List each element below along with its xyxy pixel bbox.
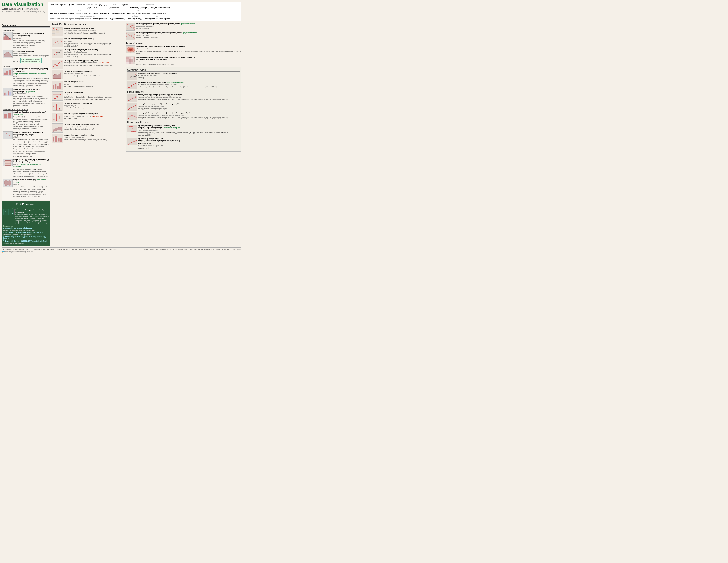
tworcapsym-opts: vertical • horizontal (64, 118, 77, 119)
histogram-info: histogram mpg, width(5) freq kdensity kd… (13, 32, 49, 49)
lfitci-opts: level(#) • stdp • stdf • nofit • fitplot… (138, 99, 228, 100)
syntax-plotopts: <plot options> (109, 6, 120, 9)
svg-rect-108 (129, 59, 131, 62)
svg-rect-85 (53, 137, 54, 141)
svg-rect-7 (6, 71, 8, 75)
twoscatter-cmd: twoway scatter mpg weight, jitter(7) (64, 38, 94, 40)
svg-point-57 (62, 61, 62, 62)
binscatter-ssc: ssc install binscatter (167, 81, 185, 83)
pcspike-item: twoway pcspike wage68 ttl_exp68 wage88 t… (126, 23, 241, 31)
svg-point-29 (11, 211, 11, 211)
title-block: Data Visualization with Stata 14.1 Cheat… (2, 2, 45, 13)
graphdot-item: graph dot (mean) length headroom, over(f… (3, 131, 49, 158)
graphbar2-item: graph bar (percent), over(rep78) over(fo… (3, 88, 49, 107)
graphmatrix-thumb (52, 27, 63, 36)
twoscatter-thumb (52, 38, 63, 47)
juxtapose-opts: total • missing • colfirst • rows(#) • c… (15, 213, 49, 224)
tworbar-cmd: twoway rbar length headroom price (64, 134, 94, 136)
discrete-header: Discrete (3, 65, 49, 67)
svg-rect-35 (56, 30, 59, 33)
mband-info: twoway mband mpg weight || scatter mpg w… (138, 72, 240, 79)
svg-rect-112 (129, 62, 131, 64)
syntax-xsize: xsize(5) (128, 18, 135, 20)
kdensity-thumb (3, 50, 13, 58)
footer-left: Laura Hughes (lhughes@usaid.gov) • Tim E… (2, 248, 116, 250)
contour-cmd: twoway contour mpg price weight, level(2… (136, 45, 186, 47)
vioplot-info: vioplot price, over(foreign) ssc install… (13, 179, 49, 198)
twoconnected-thumb (52, 60, 63, 69)
syntax-yline: yline(yint) (140, 6, 149, 9)
coefplot-cmd2: coefplot, drop(_cons) xline(0) (138, 127, 162, 129)
svg-line-97 (127, 35, 135, 36)
svg-text:BMW: BMW (57, 52, 60, 53)
margins-cmd: regress mpg weight length turn (138, 137, 164, 139)
twoscatter-mlabel-info: twoway scatter mpg weight, mlabel(mpg) s… (64, 49, 124, 58)
svg-point-99 (134, 34, 135, 35)
syntax-marker: <marker, line, text, axis, legend, backg… (50, 18, 91, 20)
coefplot-thumb (127, 124, 137, 132)
svg-rect-11 (8, 91, 9, 95)
qfitci-item: twoway qfitci mpg weight, alwidth(none) … (127, 112, 240, 120)
mband-thumb (127, 72, 137, 80)
pcspike-info: twoway pcspike wage68 ttl_exp68 wage88 t… (136, 23, 241, 30)
twoscatter-opts: jitter(#) • jitterseed(#) • sort • cmiss… (64, 43, 111, 47)
svg-rect-1 (5, 35, 6, 40)
svg-point-73 (56, 104, 57, 105)
syntax-saving: saving("myPlot.gph", replace) (145, 18, 170, 20)
syntax-xscale: xscale(range(low high) (112, 12, 131, 14)
twodropline-item: twoway dropline mpg price in 1/5 dropped… (52, 102, 124, 111)
marginsplot-thumb (127, 137, 137, 145)
graphbar2-green: graph hbar ... (26, 90, 37, 92)
svg-line-91 (127, 27, 135, 28)
title-line1: Data Visualization (2, 2, 43, 7)
note-box: main plot-specific options;see help for … (20, 58, 41, 63)
syntax-plotsize-label: plot size (128, 15, 142, 18)
pccapsym-item: twoway pccapsym wage68 ttl_exp68 wage88 … (126, 32, 241, 40)
tworcapsym-cmd: twoway rcapsym length headroom price (64, 113, 98, 115)
updated: updated February 2016 (170, 248, 187, 250)
svg-point-121 (133, 84, 134, 85)
syntax-plottype: <plot type> (76, 3, 85, 6)
svg-rect-36 (52, 34, 55, 36)
juxtapose-item: twoway scatter mpg price, by(foreign, no… (3, 209, 49, 224)
svg-rect-105 (131, 57, 133, 59)
mband-opts: bands(#) (138, 77, 144, 79)
svg-point-66 (56, 96, 58, 98)
svg-line-89 (127, 24, 135, 30)
graphhbox-thumb (3, 158, 13, 166)
tworarea-item: twoway rarea length headroom price, sort… (52, 123, 124, 133)
disc-cont-header: Discrete X, Continuous Y (3, 108, 49, 111)
author1: Laura Hughes (lhughes@usaid.gov) (2, 248, 28, 250)
juxtapose-info: twoway scatter mpg price, by(foreign, no… (15, 209, 49, 224)
disclaimer: Disclaimer: we are not affiliated with S… (190, 248, 231, 250)
svg-point-102 (129, 49, 132, 51)
graphbar-green: graph hbar draws horizontal bar charts (13, 73, 46, 75)
svg-point-38 (54, 29, 55, 30)
graphdot-cmd: graph dot (mean) length headroom, over(f… (13, 131, 43, 136)
plotmatrix-desc: heatmap (136, 61, 143, 63)
twodot-info: twoway dot mpg rep78 dot plot dcolor(<co… (64, 91, 124, 101)
svg-point-126 (135, 96, 136, 97)
syntax-if: [if], (104, 3, 107, 6)
histogram-cmd: histogram mpg, width(5) freq kdensity kd… (13, 32, 45, 37)
svg-point-75 (59, 108, 60, 109)
lfitci-desc: calculate and plot linear fit to data wi… (138, 96, 181, 98)
plotmatrix-cmd: regress mpg price trunk weight length tu… (136, 56, 197, 58)
binscatter-opts: medians • nquantiles(#) • discrete • con… (138, 86, 217, 88)
svg-rect-104 (129, 57, 131, 59)
tworcapsym-info: twoway rcapsym length headroom price ran… (64, 113, 124, 120)
svg-point-46 (61, 41, 62, 42)
svg-rect-12 (9, 92, 11, 95)
twoway-desc: combine two way plots using || (3, 242, 25, 244)
contour-opts: crule • levels(#) • minmax • crule(hue |… (136, 51, 241, 55)
svg-rect-19 (5, 160, 11, 163)
tworarea-desc: range plot (y₁ ÷ y₂) with area shading (64, 126, 91, 128)
pccapsym-ssc: (sysuse nlswide1) (183, 32, 198, 34)
syntax-graph: graph (69, 3, 74, 6)
twoconnected-desc: scatter plot with connected lines and sy… (64, 62, 97, 64)
svg-point-139 (133, 131, 134, 132)
vioplot-desc: violin plot (13, 183, 20, 185)
svg-point-125 (132, 98, 133, 99)
binscatter-desc: plot a single value (mean or median) for… (138, 83, 176, 85)
graphbar-opts: percentages • (percent) • (count) • over… (13, 78, 49, 86)
